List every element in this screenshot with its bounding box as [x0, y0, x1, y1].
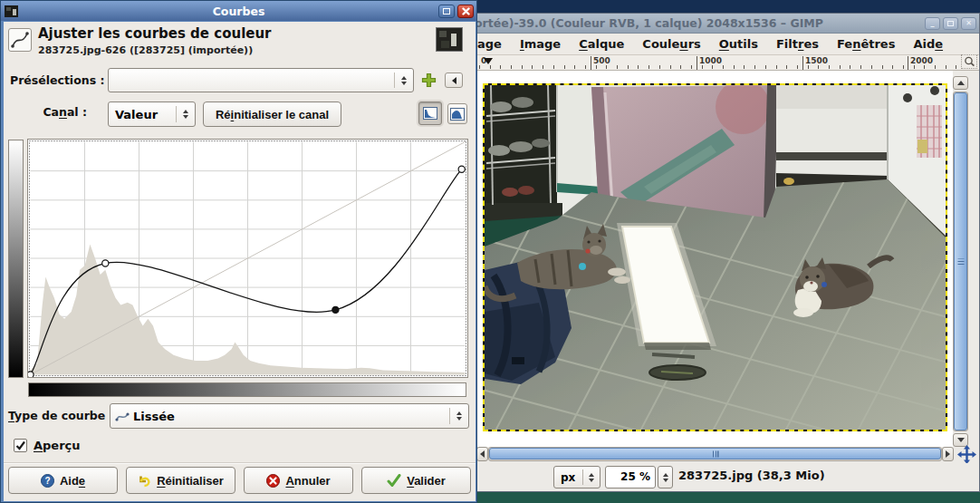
curve-type-select[interactable]: Lissée	[110, 403, 469, 429]
unit-value: px	[554, 471, 582, 484]
ruler-label: 2000	[908, 56, 933, 70]
zoom-level-input[interactable]: 25 %	[605, 466, 656, 488]
ruler-position-marker	[484, 58, 493, 64]
zoom-spinner-icon[interactable]	[658, 466, 673, 488]
gimp-titlebar[interactable]: ortée)-39.0 (Couleur RVB, 1 calque) 2048…	[472, 14, 979, 34]
channel-select[interactable]: Valeur	[108, 102, 196, 127]
help-icon: ?	[41, 474, 54, 488]
pan-view-icon[interactable]	[955, 443, 978, 465]
menu-outils[interactable]: Outils	[710, 37, 767, 51]
unit-spinner-icon[interactable]	[583, 473, 600, 482]
curve-editor[interactable]	[27, 139, 468, 378]
curve-type-dropdown-icon	[450, 404, 468, 428]
curves-tool-icon	[8, 28, 32, 52]
menu-fenetres[interactable]: Fenêtres	[828, 37, 904, 51]
cancel-button[interactable]: Annuler	[244, 467, 353, 494]
add-preset-button[interactable]	[418, 70, 438, 90]
dialog-titlebar[interactable]: Courbes	[1, 1, 476, 21]
horizontal-scrollbar[interactable]	[476, 447, 954, 461]
preview-label: Aperçu	[34, 439, 81, 452]
histogram-logarithmic-button[interactable]	[447, 103, 467, 124]
presets-dropdown-icon	[395, 69, 413, 92]
channel-dropdown-icon	[177, 102, 195, 126]
presets-label: Présélections :	[10, 73, 104, 87]
curve-plot[interactable]	[28, 140, 467, 377]
image-canvas[interactable]	[472, 71, 953, 447]
value-gradient-horizontal	[28, 382, 466, 397]
preview-checkbox[interactable]	[14, 439, 27, 452]
menu-couleurs[interactable]: Couleurs	[633, 37, 709, 51]
vertical-scrollbar[interactable]	[953, 71, 968, 447]
divider	[4, 462, 476, 464]
ruler-label: 1000	[697, 56, 722, 70]
image-thumbnail	[436, 27, 463, 52]
gimp-window: ortée)-39.0 (Couleur RVB, 1 calque) 2048…	[471, 13, 980, 492]
reset-channel-button[interactable]: Réinitialiser le canal	[203, 102, 341, 127]
channel-label: Canal :	[4, 105, 87, 119]
action-buttons: ? Aide Réinitialiser Annuler V	[8, 467, 471, 494]
minimize-icon[interactable]: _	[925, 17, 940, 30]
scroll-right-icon[interactable]	[942, 447, 954, 461]
ruler-label: 500	[591, 56, 610, 70]
value-gradient-vertical	[8, 140, 24, 378]
menu-filtres[interactable]: Filtres	[767, 37, 828, 51]
menu-aide[interactable]: Aide	[904, 37, 952, 51]
gimp-window-title: ortée)-39.0 (Couleur RVB, 1 calque) 2048…	[472, 16, 925, 30]
reset-button[interactable]: Réinitialiser	[126, 467, 235, 494]
ok-button[interactable]: Valider	[361, 467, 471, 494]
maximize-icon[interactable]	[943, 17, 958, 30]
dialog-heading: Ajuster les courbes de couleur	[38, 25, 272, 42]
presets-select[interactable]	[108, 68, 414, 92]
dialog-maximize-icon[interactable]	[438, 5, 455, 18]
svg-text:?: ?	[44, 476, 50, 486]
horizontal-scroll-thumb[interactable]	[489, 448, 941, 459]
close-icon[interactable]: ✕	[961, 17, 976, 30]
unit-select[interactable]: px	[553, 466, 600, 488]
dialog-subheading: 283725.jpg-626 ([283725] (importée))	[38, 44, 253, 56]
dialog-body: Ajuster les courbes de couleur 283725.jp…	[4, 22, 476, 501]
menu-calque[interactable]: Calque	[570, 37, 633, 51]
gimp-menubar: age Image Calque Couleurs Outils Filtres…	[472, 34, 979, 55]
help-button[interactable]: ? Aide	[8, 467, 118, 494]
zoom-region-icon[interactable]	[961, 54, 977, 69]
undo-icon	[138, 474, 151, 488]
photo-dishwasher	[776, 85, 894, 196]
file-info: 283725.jpg (38,3 Mio)	[678, 469, 825, 482]
dialog-window-icon	[5, 5, 18, 17]
scroll-up-icon[interactable]	[953, 76, 968, 90]
curve-type-value: Lissée	[130, 410, 449, 423]
vertical-scroll-thumb[interactable]	[954, 92, 967, 430]
smooth-curve-icon	[115, 411, 130, 422]
histogram-linear-button[interactable]	[418, 102, 442, 125]
photo-kitchen-cats	[485, 85, 946, 430]
cancel-icon	[266, 474, 280, 488]
scroll-left-icon[interactable]	[476, 447, 488, 461]
horizontal-ruler[interactable]: 0 500 1000 1500 2000	[472, 55, 979, 71]
photo-towel	[917, 105, 942, 158]
curve-type-label: Type de courbe :	[8, 409, 114, 422]
dialog-title: Courbes	[1, 5, 476, 18]
menu-image[interactable]: Image	[511, 37, 570, 51]
gimp-statusbar: px 25 % 283725.jpg (38,3 Mio)	[472, 463, 979, 490]
dialog-close-icon[interactable]	[457, 5, 474, 18]
preset-options-button[interactable]	[445, 73, 463, 88]
canvas-image[interactable]	[483, 83, 947, 431]
check-icon	[387, 474, 401, 487]
menu-affichage-partial[interactable]: age	[472, 37, 511, 51]
ruler-label: 1500	[802, 56, 828, 70]
curves-dialog: Courbes Ajuster les courbes de couleur 2…	[0, 0, 477, 503]
channel-value: Valeur	[109, 108, 176, 121]
